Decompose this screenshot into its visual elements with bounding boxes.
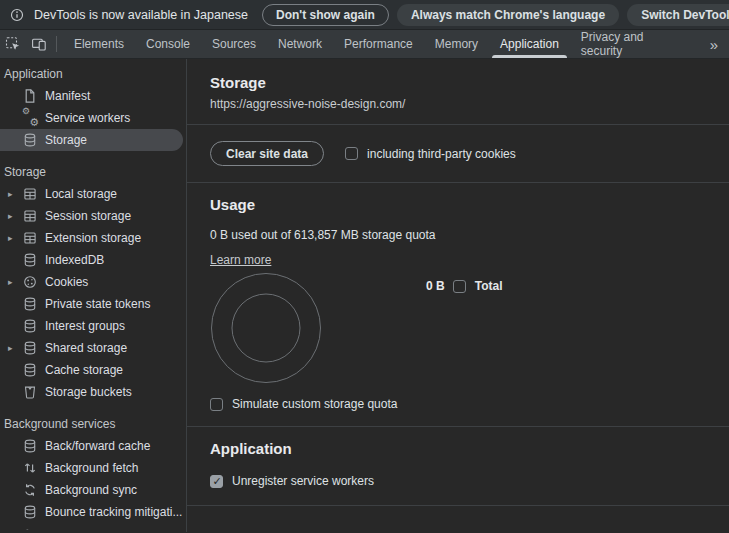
usage-donut-chart: 0 B Total [210,272,729,384]
database-icon [22,504,38,520]
up-down-arrows-icon [22,526,38,530]
database-icon [22,296,38,312]
chevron-right-icon[interactable]: ▸ [8,233,22,243]
tab-application[interactable]: Application [489,30,570,58]
info-icon [10,8,24,22]
sync-icon [22,482,38,498]
sidebar-item-indexeddb[interactable]: IndexedDB [0,249,183,271]
chevron-right-icon[interactable]: ▸ [8,211,22,221]
simulate-quota-checkbox[interactable] [210,398,223,411]
sidebar-item-interest-groups[interactable]: Interest groups [0,315,183,337]
sidebar-item-shared-storage[interactable]: ▸ Shared storage [0,337,183,359]
sidebar-item-manifest[interactable]: Manifest [0,85,183,107]
simulate-quota-label[interactable]: Simulate custom storage quota [232,397,397,411]
more-tabs-icon[interactable]: » [699,30,729,58]
sidebar-item-extension-storage[interactable]: ▸ Extension storage [0,227,183,249]
gears-icon: ⚙⚙ [22,110,38,126]
unregister-service-workers-label[interactable]: Unregister service workers [232,474,374,488]
sidebar-item-cache-storage[interactable]: Cache storage [0,359,183,381]
tab-network[interactable]: Network [267,30,333,58]
up-down-arrows-icon [22,460,38,476]
storage-view: Storage https://aggressive-noise-design.… [187,59,729,532]
usage-title: Usage [210,196,729,213]
application-panel-sidebar: Application Manifest ⚙⚙ Service workers … [0,59,187,532]
tab-console[interactable]: Console [135,30,201,58]
sidebar-item-back-forward-cache[interactable]: Back/forward cache [0,435,183,457]
inspect-element-icon[interactable] [0,30,26,58]
sidebar-section-title-background-services: Background services [0,413,186,435]
sidebar-item-session-storage[interactable]: ▸ Session storage [0,205,183,227]
sidebar-section-title-application: Application [0,63,186,85]
sidebar-item-local-storage[interactable]: ▸ Local storage [0,183,183,205]
database-icon [22,252,38,268]
sidebar-item-storage-buckets[interactable]: Storage buckets [0,381,183,403]
database-icon [22,438,38,454]
total-legend-checkbox[interactable] [453,280,466,293]
cookie-icon [22,274,38,290]
sidebar-item-cookies[interactable]: ▸ Cookies [0,271,183,293]
third-party-cookies-checkbox[interactable] [345,147,358,160]
sidebar-section-title-storage: Storage [0,161,186,183]
learn-more-link[interactable]: Learn more [210,253,271,267]
database-icon [22,318,38,334]
bucket-icon [22,384,38,400]
donut-rings [210,272,322,384]
match-chrome-language-button[interactable]: Always match Chrome's language [397,4,619,26]
document-icon [22,88,38,104]
legend-value: 0 B [426,279,445,293]
sidebar-item-bounce-tracking-mitigations[interactable]: Bounce tracking mitigati... [0,501,183,523]
sidebar-item-background-fetch[interactable]: Background fetch [0,457,183,479]
sidebar-item-service-workers[interactable]: ⚙⚙ Service workers [0,107,183,129]
table-icon [22,186,38,202]
database-icon [22,340,38,356]
tab-elements[interactable]: Elements [63,30,135,58]
tab-performance[interactable]: Performance [333,30,424,58]
unregister-service-workers-checkbox[interactable] [210,475,223,488]
toggle-device-toolbar-icon[interactable] [26,30,52,58]
sidebar-item-storage[interactable]: Storage [0,129,183,151]
quota-text: 0 B used out of 613,857 MB storage quota [210,228,729,242]
application-section-title: Application [210,440,729,457]
infobar-message: DevTools is now available in Japanese [34,8,248,22]
origin-url: https://aggressive-noise-design.com/ [210,97,729,111]
database-icon [22,362,38,378]
tab-sources[interactable]: Sources [201,30,267,58]
sidebar-item-clipped [0,523,186,530]
switch-devtools-language-button[interactable]: Switch DevTools to [627,4,729,26]
dont-show-again-button[interactable]: Don't show again [262,4,389,26]
toolbar-divider [56,36,57,52]
chevron-right-icon[interactable]: ▸ [8,343,22,353]
chevron-right-icon[interactable]: ▸ [8,189,22,199]
table-icon [22,230,38,246]
database-icon [22,132,38,148]
donut-legend: 0 B Total [426,279,502,293]
sidebar-item-private-state-tokens[interactable]: Private state tokens [0,293,183,315]
clear-site-data-button[interactable]: Clear site data [210,141,324,166]
devtools-tabbar: Elements Console Sources Network Perform… [0,30,729,59]
tab-privacy-and-security[interactable]: Privacy and security [570,30,699,58]
third-party-cookies-label[interactable]: including third-party cookies [367,147,516,161]
sidebar-item-background-sync[interactable]: Background sync [0,479,183,501]
table-icon [22,208,38,224]
storage-pane-title: Storage [210,74,729,91]
language-infobar: DevTools is now available in Japanese Do… [0,0,729,30]
tab-memory[interactable]: Memory [424,30,489,58]
chevron-right-icon[interactable]: ▸ [8,277,22,287]
legend-label[interactable]: Total [475,279,503,293]
